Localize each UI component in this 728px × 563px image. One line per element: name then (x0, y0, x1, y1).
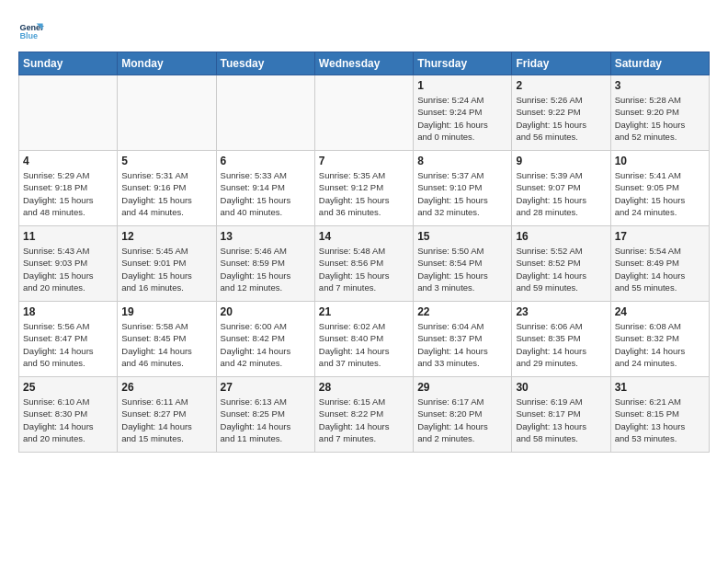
calendar-cell: 22Sunrise: 6:04 AMSunset: 8:37 PMDayligh… (414, 302, 512, 377)
day-number: 3 (615, 79, 705, 92)
day-number: 24 (615, 305, 705, 318)
calendar-cell: 21Sunrise: 6:02 AMSunset: 8:40 PMDayligh… (314, 302, 413, 377)
day-number: 14 (319, 230, 409, 243)
calendar-week-2: 4Sunrise: 5:29 AMSunset: 9:18 PMDaylight… (19, 151, 710, 226)
calendar-cell: 6Sunrise: 5:33 AMSunset: 9:14 PMDaylight… (216, 151, 314, 226)
calendar-cell: 24Sunrise: 6:08 AMSunset: 8:32 PMDayligh… (610, 302, 709, 377)
day-number: 11 (23, 230, 113, 243)
calendar-cell: 27Sunrise: 6:13 AMSunset: 8:25 PMDayligh… (216, 377, 314, 453)
weekday-header-saturday: Saturday (610, 52, 709, 75)
day-info: Sunrise: 5:58 AMSunset: 8:45 PMDaylight:… (121, 320, 211, 369)
day-number: 6 (221, 155, 311, 167)
page-container: General Blue SundayMondayTuesdayWednesda… (0, 0, 728, 462)
day-number: 28 (319, 381, 409, 394)
day-number: 8 (417, 155, 507, 167)
calendar-cell: 10Sunrise: 5:41 AMSunset: 9:05 PMDayligh… (610, 151, 709, 226)
day-info: Sunrise: 5:26 AMSunset: 9:22 PMDaylight:… (516, 94, 606, 143)
day-info: Sunrise: 6:04 AMSunset: 8:37 PMDaylight:… (417, 320, 507, 369)
svg-text:Blue: Blue (19, 31, 38, 40)
day-info: Sunrise: 6:08 AMSunset: 8:32 PMDaylight:… (615, 320, 705, 369)
calendar-cell: 13Sunrise: 5:46 AMSunset: 8:59 PMDayligh… (216, 226, 314, 302)
header: General Blue (18, 15, 710, 44)
calendar-cell: 9Sunrise: 5:39 AMSunset: 9:07 PMDaylight… (512, 151, 610, 226)
day-number: 15 (417, 230, 507, 243)
day-number: 19 (121, 305, 211, 318)
day-number: 10 (615, 155, 705, 167)
day-number: 29 (417, 381, 507, 394)
calendar-week-1: 1Sunrise: 5:24 AMSunset: 9:24 PMDaylight… (19, 75, 710, 151)
day-info: Sunrise: 5:31 AMSunset: 9:16 PMDaylight:… (121, 169, 211, 218)
day-info: Sunrise: 6:17 AMSunset: 8:20 PMDaylight:… (417, 396, 507, 444)
day-number: 21 (319, 305, 409, 318)
day-number: 5 (121, 155, 211, 167)
day-number: 2 (516, 79, 606, 92)
day-info: Sunrise: 5:28 AMSunset: 9:20 PMDaylight:… (615, 94, 705, 143)
calendar-week-4: 18Sunrise: 5:56 AMSunset: 8:47 PMDayligh… (19, 302, 710, 377)
weekday-header-friday: Friday (512, 52, 610, 75)
day-number: 9 (516, 155, 606, 167)
day-info: Sunrise: 6:15 AMSunset: 8:22 PMDaylight:… (319, 396, 409, 444)
day-number: 27 (221, 381, 311, 394)
day-info: Sunrise: 5:43 AMSunset: 9:03 PMDaylight:… (23, 245, 113, 293)
day-info: Sunrise: 5:56 AMSunset: 8:47 PMDaylight:… (23, 320, 113, 369)
day-info: Sunrise: 5:24 AMSunset: 9:24 PMDaylight:… (417, 94, 507, 143)
calendar-cell: 16Sunrise: 5:52 AMSunset: 8:52 PMDayligh… (512, 226, 610, 302)
calendar-cell: 3Sunrise: 5:28 AMSunset: 9:20 PMDaylight… (610, 75, 709, 151)
day-number: 26 (121, 381, 211, 394)
day-info: Sunrise: 5:33 AMSunset: 9:14 PMDaylight:… (221, 169, 311, 218)
day-info: Sunrise: 6:02 AMSunset: 8:40 PMDaylight:… (319, 320, 409, 369)
calendar-cell: 15Sunrise: 5:50 AMSunset: 8:54 PMDayligh… (414, 226, 512, 302)
calendar-cell: 14Sunrise: 5:48 AMSunset: 8:56 PMDayligh… (314, 226, 413, 302)
calendar-cell (19, 75, 118, 151)
day-number: 17 (615, 230, 705, 243)
day-number: 25 (23, 381, 113, 394)
calendar-cell: 12Sunrise: 5:45 AMSunset: 9:01 PMDayligh… (118, 226, 216, 302)
day-info: Sunrise: 5:50 AMSunset: 8:54 PMDaylight:… (417, 245, 507, 293)
day-number: 30 (516, 381, 606, 394)
day-info: Sunrise: 5:54 AMSunset: 8:49 PMDaylight:… (615, 245, 705, 293)
calendar-cell: 29Sunrise: 6:17 AMSunset: 8:20 PMDayligh… (414, 377, 512, 453)
calendar-cell: 25Sunrise: 6:10 AMSunset: 8:30 PMDayligh… (19, 377, 118, 453)
calendar-cell: 1Sunrise: 5:24 AMSunset: 9:24 PMDaylight… (414, 75, 512, 151)
day-number: 12 (121, 230, 211, 243)
calendar-cell: 7Sunrise: 5:35 AMSunset: 9:12 PMDaylight… (314, 151, 413, 226)
calendar-cell: 23Sunrise: 6:06 AMSunset: 8:35 PMDayligh… (512, 302, 610, 377)
calendar-cell: 28Sunrise: 6:15 AMSunset: 8:22 PMDayligh… (314, 377, 413, 453)
day-number: 4 (23, 155, 113, 167)
weekday-header-wednesday: Wednesday (314, 52, 413, 75)
calendar-week-5: 25Sunrise: 6:10 AMSunset: 8:30 PMDayligh… (19, 377, 710, 453)
day-number: 22 (417, 305, 507, 318)
calendar-cell: 5Sunrise: 5:31 AMSunset: 9:16 PMDaylight… (118, 151, 216, 226)
day-info: Sunrise: 5:46 AMSunset: 8:59 PMDaylight:… (221, 245, 311, 293)
calendar-cell: 18Sunrise: 5:56 AMSunset: 8:47 PMDayligh… (19, 302, 118, 377)
calendar-cell: 19Sunrise: 5:58 AMSunset: 8:45 PMDayligh… (118, 302, 216, 377)
day-info: Sunrise: 6:21 AMSunset: 8:15 PMDaylight:… (615, 396, 705, 444)
weekday-header-monday: Monday (118, 52, 216, 75)
day-number: 18 (23, 305, 113, 318)
day-number: 23 (516, 305, 606, 318)
calendar-cell: 17Sunrise: 5:54 AMSunset: 8:49 PMDayligh… (610, 226, 709, 302)
calendar-cell: 4Sunrise: 5:29 AMSunset: 9:18 PMDaylight… (19, 151, 118, 226)
calendar-table: SundayMondayTuesdayWednesdayThursdayFrid… (18, 52, 710, 453)
weekday-header-tuesday: Tuesday (216, 52, 314, 75)
day-info: Sunrise: 6:10 AMSunset: 8:30 PMDaylight:… (23, 396, 113, 444)
day-info: Sunrise: 5:48 AMSunset: 8:56 PMDaylight:… (319, 245, 409, 293)
day-number: 16 (516, 230, 606, 243)
calendar-cell: 31Sunrise: 6:21 AMSunset: 8:15 PMDayligh… (610, 377, 709, 453)
calendar-cell (314, 75, 413, 151)
calendar-cell: 11Sunrise: 5:43 AMSunset: 9:03 PMDayligh… (19, 226, 118, 302)
day-info: Sunrise: 6:19 AMSunset: 8:17 PMDaylight:… (516, 396, 606, 444)
day-info: Sunrise: 6:00 AMSunset: 8:42 PMDaylight:… (221, 320, 311, 369)
calendar-cell (118, 75, 216, 151)
day-info: Sunrise: 5:41 AMSunset: 9:05 PMDaylight:… (615, 169, 705, 218)
weekday-header-sunday: Sunday (19, 52, 118, 75)
day-info: Sunrise: 6:11 AMSunset: 8:27 PMDaylight:… (121, 396, 211, 444)
day-info: Sunrise: 5:52 AMSunset: 8:52 PMDaylight:… (516, 245, 606, 293)
logo-icon: General Blue (18, 18, 44, 44)
day-info: Sunrise: 6:13 AMSunset: 8:25 PMDaylight:… (221, 396, 311, 444)
calendar-cell: 2Sunrise: 5:26 AMSunset: 9:22 PMDaylight… (512, 75, 610, 151)
day-info: Sunrise: 5:39 AMSunset: 9:07 PMDaylight:… (516, 169, 606, 218)
day-number: 20 (221, 305, 311, 318)
day-info: Sunrise: 5:37 AMSunset: 9:10 PMDaylight:… (417, 169, 507, 218)
calendar-cell: 20Sunrise: 6:00 AMSunset: 8:42 PMDayligh… (216, 302, 314, 377)
